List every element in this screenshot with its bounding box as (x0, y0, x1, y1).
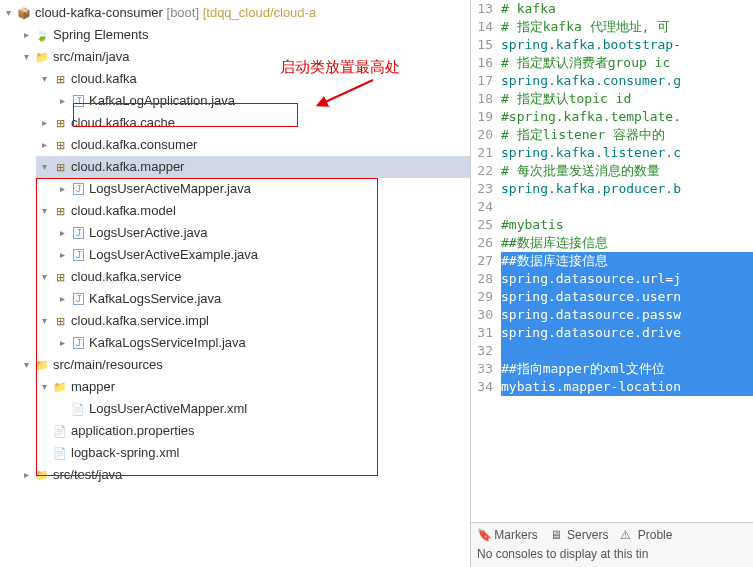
twisty-icon[interactable]: ▸ (54, 178, 70, 200)
code-line[interactable]: 26##数据库连接信息 (471, 234, 753, 252)
code-text: spring.datasource.drive (501, 324, 753, 342)
item-label: src/test/java (53, 464, 122, 486)
tab-markers[interactable]: 🔖 Markers (477, 528, 538, 542)
tree-package-kafka[interactable]: ▾ ⊞ cloud.kafka (36, 68, 470, 90)
tree-folder-mapper[interactable]: ▾ 📁 mapper (36, 376, 470, 398)
code-text: # 指定默认消费者group ic (501, 54, 753, 72)
tree-file-mapper-java[interactable]: ▸ 🄹 LogsUserActiveMapper.java (54, 178, 470, 200)
line-number: 29 (471, 288, 501, 306)
line-number: 30 (471, 306, 501, 324)
code-line[interactable]: 15spring.kafka.bootstrap- (471, 36, 753, 54)
tree-file-application-properties[interactable]: 📄 application.properties (36, 420, 470, 442)
item-label: mapper (71, 376, 115, 398)
tree-file-logsuseractiveexample[interactable]: ▸ 🄹 LogsUserActiveExample.java (54, 244, 470, 266)
line-number: 34 (471, 378, 501, 396)
code-line[interactable]: 33##指向mapper的xml文件位 (471, 360, 753, 378)
code-text: # 每次批量发送消息的数量 (501, 162, 753, 180)
twisty-icon[interactable]: ▸ (18, 24, 34, 46)
project-label: cloud-kafka-consumer [boot] [tdqq_cloud/… (35, 2, 316, 24)
twisty-icon[interactable]: ▸ (54, 288, 70, 310)
twisty-icon[interactable]: ▸ (18, 464, 34, 486)
package-icon: ⊞ (52, 203, 68, 219)
item-label: cloud.kafka.model (71, 200, 176, 222)
code-line[interactable]: 27##数据库连接信息 (471, 252, 753, 270)
tree-package-service[interactable]: ▾ ⊞ cloud.kafka.service (36, 266, 470, 288)
code-text: spring.datasource.usern (501, 288, 753, 306)
code-line[interactable]: 30spring.datasource.passw (471, 306, 753, 324)
twisty-icon[interactable]: ▸ (54, 222, 70, 244)
item-label: LogsUserActiveExample.java (89, 244, 258, 266)
code-line[interactable]: 34mybatis.mapper-location (471, 378, 753, 396)
twisty-icon[interactable]: ▸ (36, 134, 52, 156)
code-line[interactable]: 18# 指定默认topic id (471, 90, 753, 108)
package-icon: ⊞ (52, 115, 68, 131)
code-line[interactable]: 20# 指定listener 容器中的 (471, 126, 753, 144)
line-number: 23 (471, 180, 501, 198)
twisty-icon[interactable]: ▾ (18, 46, 34, 68)
tree-file-kafkalogapp[interactable]: ▸ 🄹 KafkaLogApplication.java (54, 90, 470, 112)
twisty-icon[interactable]: ▾ (0, 2, 16, 24)
code-line[interactable]: 17spring.kafka.consumer.g (471, 72, 753, 90)
twisty-icon[interactable]: ▸ (54, 90, 70, 112)
code-line[interactable]: 28spring.datasource.url=j (471, 270, 753, 288)
twisty-icon[interactable]: ▸ (36, 112, 52, 134)
line-number: 25 (471, 216, 501, 234)
twisty-icon[interactable]: ▾ (36, 156, 52, 178)
tree-package-service-impl[interactable]: ▾ ⊞ cloud.kafka.service.impl (36, 310, 470, 332)
twisty-icon[interactable]: ▾ (36, 68, 52, 90)
source-folder-icon: 📁 (34, 467, 50, 483)
code-text (501, 198, 753, 216)
code-line[interactable]: 29spring.datasource.usern (471, 288, 753, 306)
code-text: spring.kafka.listener.c (501, 144, 753, 162)
tree-project-root[interactable]: ▾ 📦 cloud-kafka-consumer [boot] [tdqq_cl… (0, 2, 470, 24)
tab-problems[interactable]: ⚠ Proble (620, 528, 672, 542)
tree-file-mapper-xml[interactable]: 📄 LogsUserActiveMapper.xml (54, 398, 470, 420)
code-line[interactable]: 16# 指定默认消费者group ic (471, 54, 753, 72)
tree-file-logback-spring[interactable]: 📄 logback-spring.xml (36, 442, 470, 464)
code-line[interactable]: 14# 指定kafka 代理地址, 可 (471, 18, 753, 36)
tree-file-kafkalogsservice[interactable]: ▸ 🄹 KafkaLogsService.java (54, 288, 470, 310)
code-text: spring.kafka.consumer.g (501, 72, 753, 90)
code-line[interactable]: 23spring.kafka.producer.b (471, 180, 753, 198)
twisty-icon[interactable]: ▸ (54, 244, 70, 266)
tree-src-test-java[interactable]: ▸ 📁 src/test/java (18, 464, 470, 486)
line-number: 27 (471, 252, 501, 270)
tree-file-kafkalogsserviceimpl[interactable]: ▸ 🄹 KafkaLogsServiceImpl.java (54, 332, 470, 354)
tab-servers[interactable]: 🖥 Servers (550, 528, 609, 542)
code-line[interactable]: 13# kafka (471, 0, 753, 18)
java-file-icon: 🄹 (70, 335, 86, 351)
code-line[interactable]: 19#spring.kafka.template. (471, 108, 753, 126)
item-label: LogsUserActive.java (89, 222, 208, 244)
code-line[interactable]: 22# 每次批量发送消息的数量 (471, 162, 753, 180)
twisty-icon[interactable]: ▾ (36, 200, 52, 222)
code-line[interactable]: 31spring.datasource.drive (471, 324, 753, 342)
java-file-icon: 🄹 (70, 247, 86, 263)
item-label: cloud.kafka.service.impl (71, 310, 209, 332)
tree-package-model[interactable]: ▾ ⊞ cloud.kafka.model (36, 200, 470, 222)
editor-panel: 13# kafka14# 指定kafka 代理地址, 可15spring.kaf… (470, 0, 753, 567)
line-number: 18 (471, 90, 501, 108)
twisty-icon[interactable]: ▸ (54, 332, 70, 354)
code-line[interactable]: 21spring.kafka.listener.c (471, 144, 753, 162)
line-number: 31 (471, 324, 501, 342)
tree-package-consumer[interactable]: ▸ ⊞ cloud.kafka.consumer (36, 134, 470, 156)
twisty-icon[interactable]: ▾ (36, 310, 52, 332)
twisty-icon[interactable]: ▾ (18, 354, 34, 376)
tree-package-cache[interactable]: ▸ ⊞ cloud.kafka.cache (36, 112, 470, 134)
twisty-icon[interactable]: ▾ (36, 266, 52, 288)
code-line[interactable]: 32 (471, 342, 753, 360)
tree-src-main-java[interactable]: ▾ 📁 src/main/java (18, 46, 470, 68)
item-label: cloud.kafka.consumer (71, 134, 197, 156)
code-editor[interactable]: 13# kafka14# 指定kafka 代理地址, 可15spring.kaf… (471, 0, 753, 522)
tree-file-logsuseractive[interactable]: ▸ 🄹 LogsUserActive.java (54, 222, 470, 244)
code-text: ##数据库连接信息 (501, 234, 753, 252)
code-line[interactable]: 25#mybatis (471, 216, 753, 234)
tree-spring-elements[interactable]: ▸ 🍃 Spring Elements (18, 24, 470, 46)
item-label: LogsUserActiveMapper.xml (89, 398, 247, 420)
twisty-icon[interactable]: ▾ (36, 376, 52, 398)
tree-package-mapper[interactable]: ▾ ⊞ cloud.kafka.mapper (36, 156, 470, 178)
tree-src-main-resources[interactable]: ▾ 📁 src/main/resources (18, 354, 470, 376)
line-number: 19 (471, 108, 501, 126)
item-label: src/main/java (53, 46, 130, 68)
code-line[interactable]: 24 (471, 198, 753, 216)
